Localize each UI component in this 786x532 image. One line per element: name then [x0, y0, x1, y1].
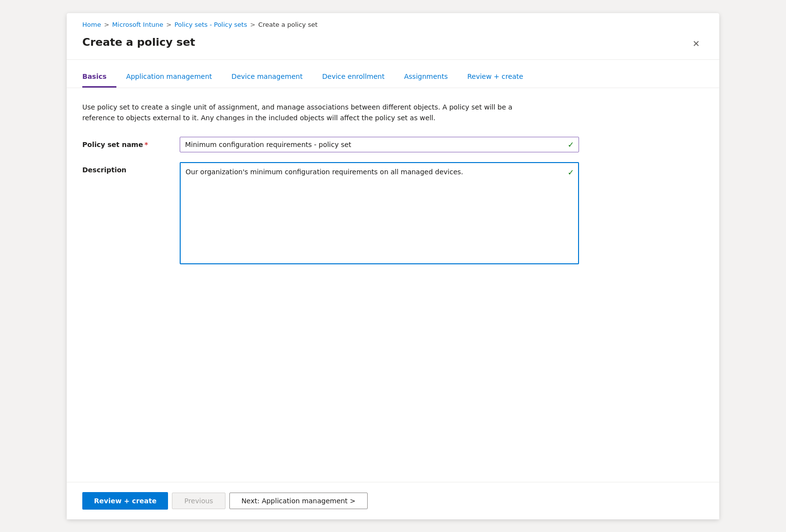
- breadcrumb-current: Create a policy set: [258, 21, 318, 28]
- description-label: Description: [82, 162, 180, 174]
- next-button[interactable]: Next: Application management >: [229, 493, 368, 509]
- tab-nav: Basics Application management Device man…: [67, 68, 719, 88]
- tab-assignments[interactable]: Assignments: [394, 68, 458, 88]
- panel-content: Use policy set to create a single unit o…: [67, 88, 719, 482]
- panel-header: Create a policy set ✕: [67, 32, 719, 60]
- policy-set-name-field-wrapper: ✓: [180, 137, 579, 152]
- breadcrumb-sep-2: >: [166, 21, 171, 28]
- breadcrumb-intune[interactable]: Microsoft Intune: [112, 21, 163, 28]
- tab-application-management[interactable]: Application management: [116, 68, 222, 88]
- tab-basics[interactable]: Basics: [82, 68, 116, 88]
- breadcrumb-sep-3: >: [250, 21, 255, 28]
- intro-description: Use policy set to create a single unit o…: [82, 102, 521, 124]
- policy-set-name-check-icon: ✓: [568, 140, 574, 149]
- close-button[interactable]: ✕: [688, 36, 704, 52]
- description-check-icon: ✓: [568, 168, 574, 177]
- create-policy-set-panel: Home > Microsoft Intune > Policy sets - …: [67, 13, 719, 519]
- page-title: Create a policy set: [82, 36, 195, 48]
- required-star: *: [145, 141, 148, 148]
- tab-device-enrollment[interactable]: Device enrollment: [312, 68, 394, 88]
- description-field-wrapper: ✓: [180, 162, 579, 266]
- policy-set-name-input[interactable]: [180, 137, 579, 152]
- breadcrumb: Home > Microsoft Intune > Policy sets - …: [67, 13, 719, 32]
- previous-button: Previous: [172, 493, 225, 509]
- policy-set-name-row: Policy set name* ✓: [82, 137, 704, 152]
- review-create-button[interactable]: Review + create: [82, 492, 168, 510]
- breadcrumb-policy-sets[interactable]: Policy sets - Policy sets: [174, 21, 247, 28]
- tab-review-create[interactable]: Review + create: [457, 68, 533, 88]
- panel-footer: Review + create Previous Next: Applicati…: [67, 482, 719, 519]
- breadcrumb-sep-1: >: [104, 21, 109, 28]
- description-input[interactable]: [180, 162, 579, 264]
- tab-device-management[interactable]: Device management: [222, 68, 312, 88]
- description-row: Description ✓: [82, 162, 704, 266]
- breadcrumb-home[interactable]: Home: [82, 21, 101, 28]
- policy-set-name-label: Policy set name*: [82, 137, 180, 148]
